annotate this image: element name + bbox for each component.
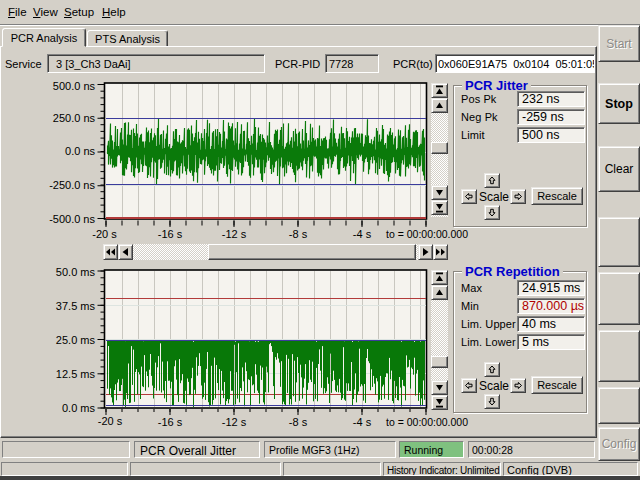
- svg-text:500.0 ns: 500.0 ns: [53, 80, 96, 92]
- svg-text:-4 s: -4 s: [353, 416, 372, 428]
- svg-text:25.0 ms: 25.0 ms: [56, 334, 96, 346]
- svg-text:250.0 ns: 250.0 ns: [53, 112, 96, 124]
- svg-text:-12 s: -12 s: [222, 416, 247, 428]
- svg-text:-12 s: -12 s: [222, 228, 247, 240]
- svg-text:-8 s: -8 s: [289, 228, 308, 240]
- svg-text:12.5 ms: 12.5 ms: [56, 368, 96, 380]
- svg-text:to = 00:00:00.000: to = 00:00:00.000: [386, 416, 468, 428]
- svg-text:-8 s: -8 s: [289, 416, 308, 428]
- svg-text:-4 s: -4 s: [353, 228, 372, 240]
- svg-text:-16 s: -16 s: [158, 228, 183, 240]
- svg-text:-20 s: -20 s: [92, 228, 117, 240]
- svg-text:-500.0 ns: -500.0 ns: [49, 213, 95, 225]
- svg-text:0.0 ms: 0.0 ms: [62, 402, 96, 414]
- svg-text:-16 s: -16 s: [158, 416, 183, 428]
- svg-text:37.5 ms: 37.5 ms: [56, 300, 96, 312]
- svg-text:0.0 ns: 0.0 ns: [65, 145, 95, 157]
- svg-text:50.0 ms: 50.0 ms: [56, 266, 96, 278]
- svg-text:-20 s: -20 s: [98, 415, 123, 427]
- svg-text:-250.0 ns: -250.0 ns: [49, 179, 95, 191]
- svg-text:to = 00:00:00.000: to = 00:00:00.000: [386, 228, 468, 240]
